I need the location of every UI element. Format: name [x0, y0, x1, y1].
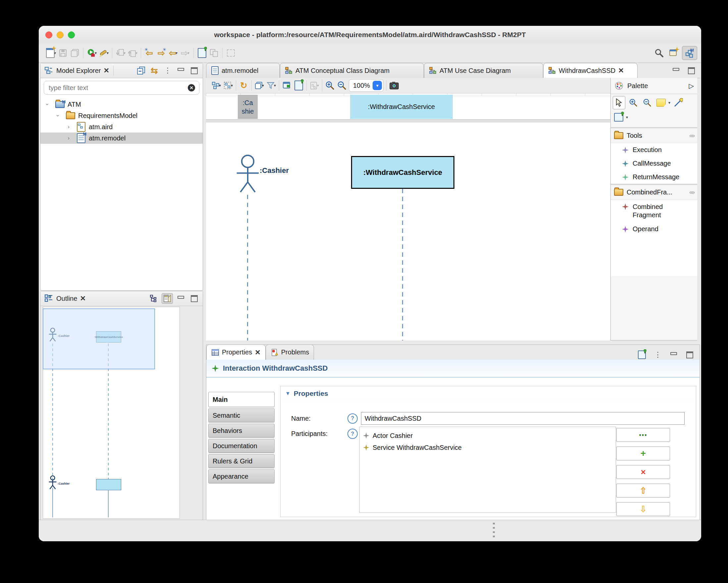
pin-note-icon[interactable] — [294, 80, 304, 91]
link-with-editor-icon[interactable]: ⇆ — [149, 66, 160, 76]
add-participant-button[interactable]: + — [616, 447, 670, 460]
move-up-button[interactable]: ⇧ — [616, 484, 670, 498]
minimize-editor-icon[interactable] — [671, 66, 681, 76]
filter-input[interactable] — [48, 84, 185, 92]
maximize-editor-icon[interactable] — [686, 66, 697, 76]
new-wizard-icon[interactable]: ▾ — [46, 48, 56, 58]
browse-participants-button[interactable]: ••• — [616, 428, 670, 442]
note-attachment-tool-icon[interactable] — [672, 96, 684, 109]
palette-item-returnmessage[interactable]: ReturnMessage — [611, 170, 697, 184]
header-service-box[interactable]: :WithdrawCashService — [350, 95, 453, 119]
collapse-section-icon[interactable]: ▼ — [285, 390, 290, 397]
service-box[interactable]: :WithdrawCashService — [351, 156, 454, 189]
chevron-down-icon[interactable]: ▾ — [626, 115, 628, 120]
zoom-out-icon[interactable] — [337, 80, 347, 91]
cashier-label[interactable]: :Cashier — [260, 166, 289, 175]
tab-problems[interactable]: Problems — [266, 345, 314, 360]
search-icon[interactable] — [654, 48, 664, 58]
participant-service-withdrawcashservice[interactable]: Service WithdrawCashService — [363, 441, 613, 454]
selection-tool-icon[interactable] — [613, 96, 625, 109]
side-tab-behaviors[interactable]: Behaviors — [208, 424, 275, 437]
zoom-window-button[interactable] — [68, 31, 75, 39]
participants-help-icon[interactable]: ? — [347, 429, 358, 439]
filters-icon[interactable]: ▾ — [266, 80, 276, 91]
minimize-view-icon[interactable] — [668, 350, 679, 360]
palette-drawer-combinedfragment[interactable]: CombinedFra... «» — [611, 184, 697, 200]
palette-drawer-tools[interactable]: Tools «» — [611, 128, 697, 143]
layers-icon[interactable]: ▾ — [254, 80, 264, 91]
cashier-lifeline[interactable] — [247, 195, 248, 340]
pin-drawer-icon[interactable]: «» — [689, 189, 694, 196]
drag-handle[interactable] — [493, 523, 495, 537]
zoom-in-tool-icon[interactable] — [627, 96, 639, 109]
chevron-down-icon[interactable]: ▾ — [373, 81, 382, 90]
tab-withdrawcashssd[interactable]: WithdrawCashSSD ✕ — [543, 63, 638, 78]
run-icon[interactable]: ▾ — [87, 48, 97, 58]
side-tab-rulers-grid[interactable]: Rulers & Grid — [208, 454, 275, 468]
search-element-icon[interactable]: ▾ — [99, 48, 109, 58]
side-tab-main[interactable]: Main — [208, 392, 275, 407]
expander-icon[interactable]: › — [63, 135, 74, 142]
view-menu-icon[interactable]: ⋮ — [162, 66, 173, 76]
side-tab-appearance[interactable]: Appearance — [208, 470, 275, 483]
export-diagram-image-icon[interactable] — [282, 80, 292, 91]
outline-thumbnail-mode-icon[interactable] — [162, 293, 173, 304]
snapshot-icon[interactable] — [389, 80, 399, 91]
modeling-perspective-button[interactable]: M — [682, 46, 697, 60]
close-view-icon[interactable]: ✕ — [104, 67, 110, 75]
model-explorer-title[interactable]: Model Explorer — [56, 67, 101, 75]
arrange-all-icon[interactable]: ▾ — [211, 80, 221, 91]
header-actor-box[interactable]: :Cashie — [238, 95, 258, 119]
back-icon[interactable]: ⇦▾ — [168, 48, 178, 58]
expander-icon[interactable]: › — [44, 99, 51, 109]
tree-item-atm-aird[interactable]: › atm.aird — [41, 121, 203, 132]
diagram-canvas[interactable]: :Cashier :WithdrawCashService — [206, 123, 610, 340]
tab-atm-remodel[interactable]: atm.remodel — [206, 63, 280, 78]
pin-drawer-icon[interactable]: «» — [689, 132, 694, 139]
outline-tree-mode-icon[interactable] — [148, 294, 159, 303]
collapse-all-icon[interactable] — [136, 66, 147, 76]
outline-title[interactable]: Outline — [56, 295, 77, 302]
zoom-in-icon[interactable] — [325, 80, 335, 91]
tree-item-atm[interactable]: › M ATM — [41, 99, 203, 110]
minimize-view-icon[interactable] — [176, 294, 186, 303]
minimize-window-button[interactable] — [57, 31, 63, 39]
participant-actor-cashier[interactable]: Actor Cashier — [363, 430, 613, 441]
palette-item-operand[interactable]: Operand — [611, 222, 697, 236]
tab-properties[interactable]: Properties ✕ — [206, 345, 266, 360]
note-tool-icon[interactable] — [655, 96, 667, 109]
outline-thumbnail[interactable]: :Cashier :WithdrawCashService :Cashier — [43, 307, 180, 519]
close-tab-icon[interactable]: ✕ — [618, 67, 624, 75]
minimize-view-icon[interactable] — [176, 66, 186, 76]
move-down-button[interactable]: ⇩ — [616, 502, 670, 516]
participants-list[interactable]: Actor Cashier Service WithdrawCashServic… — [359, 427, 616, 513]
side-tab-documentation[interactable]: Documentation — [208, 439, 275, 453]
select-all-icon[interactable]: ▾ — [223, 80, 233, 91]
zoom-level-combo[interactable]: 100% ▾ — [349, 79, 384, 92]
expander-icon[interactable]: › — [55, 111, 61, 121]
maximize-view-icon[interactable] — [189, 66, 199, 76]
maximize-view-icon[interactable] — [189, 294, 199, 303]
remove-participant-button[interactable]: × — [616, 465, 670, 479]
tab-atm-use-case-diagram[interactable]: ATM Use Case Diagram — [424, 63, 543, 78]
close-view-icon[interactable]: ✕ — [80, 295, 86, 302]
properties-section-header[interactable]: ▼ Properties — [281, 386, 696, 402]
palette-item-combined-fragment[interactable]: Combined Fragment — [611, 200, 675, 222]
refresh-icon[interactable]: ↻ — [239, 80, 249, 91]
name-input[interactable] — [361, 412, 685, 425]
close-tab-icon[interactable]: ✕ — [255, 349, 261, 356]
chevron-down-icon[interactable]: ▾ — [668, 100, 670, 105]
previous-edit-location-icon[interactable]: ⇦✳ — [145, 48, 154, 58]
tree-item-atm-remodel[interactable]: › M atm.remodel — [41, 132, 203, 144]
pin-view-icon[interactable] — [636, 350, 647, 360]
view-menu-icon[interactable]: ⋮ — [652, 350, 663, 360]
open-perspective-icon[interactable] — [669, 48, 679, 58]
close-window-button[interactable] — [45, 31, 52, 39]
cashier-actor[interactable] — [236, 154, 259, 196]
outline-viewport[interactable] — [43, 308, 155, 369]
palette-item-execution[interactable]: Execution — [611, 143, 697, 157]
pinned-note-tool-icon[interactable] — [613, 111, 625, 124]
collapse-palette-icon[interactable]: ▷ — [689, 82, 694, 90]
tree-item-requirementsmodel[interactable]: › RequirementsModel — [41, 110, 203, 121]
expander-icon[interactable]: › — [63, 124, 74, 130]
